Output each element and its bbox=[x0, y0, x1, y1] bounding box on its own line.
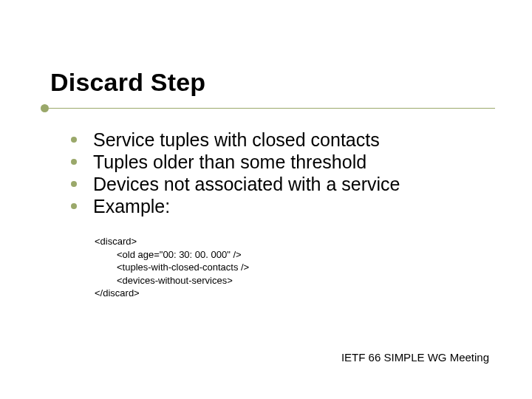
code-line: <old age="00: 30: 00. 000" /> bbox=[95, 248, 249, 262]
bullet-text: Devices not associated with a service bbox=[93, 174, 400, 194]
bullet-icon bbox=[71, 203, 77, 209]
code-line: <tuples-with-closed-contacts /> bbox=[95, 261, 249, 274]
bullet-text: Service tuples with closed contacts bbox=[93, 129, 380, 150]
list-item: Service tuples with closed contacts bbox=[71, 129, 466, 150]
slide-title: Discard Step bbox=[50, 68, 488, 97]
slide: Discard Step Service tuples with closed … bbox=[0, 0, 532, 399]
list-item: Example: bbox=[71, 196, 466, 216]
code-line: <devices-without-services> bbox=[95, 274, 249, 287]
bullet-icon bbox=[71, 159, 77, 165]
title-rule bbox=[37, 103, 495, 114]
code-example: <discard> <old age="00: 30: 00. 000" /> … bbox=[95, 235, 249, 300]
bullet-icon bbox=[71, 181, 77, 187]
rule-line bbox=[44, 108, 495, 109]
bullet-list: Service tuples with closed contacts Tupl… bbox=[71, 129, 466, 218]
bullet-text: Tuples older than some threshold bbox=[93, 151, 366, 172]
title-area: Discard Step bbox=[50, 68, 488, 97]
bullet-text: Example: bbox=[93, 196, 170, 216]
list-item: Devices not associated with a service bbox=[71, 174, 466, 194]
bullet-icon bbox=[71, 137, 77, 143]
code-line: <discard> bbox=[95, 235, 249, 248]
code-line: </discard> bbox=[95, 287, 249, 300]
list-item: Tuples older than some threshold bbox=[71, 151, 466, 172]
footer-text: IETF 66 SIMPLE WG Meeting bbox=[341, 351, 489, 364]
